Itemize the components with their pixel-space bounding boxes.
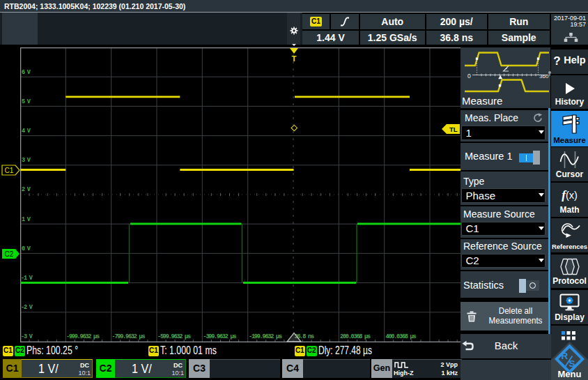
svg-text:TL: TL [449,125,458,132]
svg-text:C1: C1 [5,167,14,174]
svg-text:C2: C2 [5,250,14,258]
svg-text:0: 0 [467,73,471,79]
svg-text:R: R [562,351,568,361]
